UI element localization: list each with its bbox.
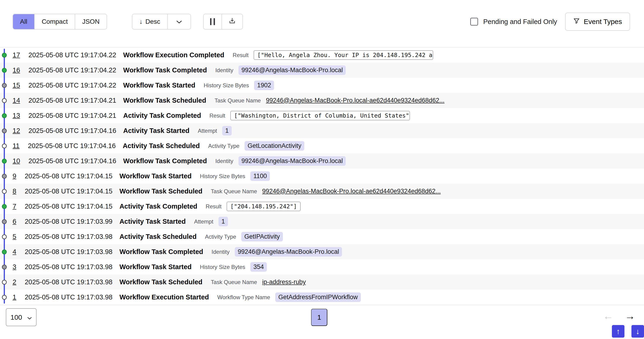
event-name: Workflow Task Scheduled bbox=[123, 97, 206, 104]
event-status-dot-icon bbox=[2, 219, 7, 224]
event-status-dot-icon bbox=[2, 264, 7, 269]
scroll-to-top-button[interactable]: ↑ bbox=[612, 325, 624, 337]
event-id-link[interactable]: 7 bbox=[12, 203, 16, 210]
event-attr-label: Identity bbox=[212, 249, 230, 255]
event-attr-value: GetLocationActivity bbox=[244, 141, 304, 151]
sort-desc-button[interactable]: ↓ Desc bbox=[132, 14, 168, 29]
pause-button[interactable] bbox=[204, 14, 222, 29]
event-name: Activity Task Completed bbox=[119, 203, 197, 210]
event-name: Workflow Task Scheduled bbox=[119, 278, 202, 286]
event-id-link[interactable]: 5 bbox=[12, 233, 16, 240]
event-name: Workflow Execution Started bbox=[119, 293, 209, 301]
event-attr-value: 1 bbox=[222, 126, 232, 136]
event-row: 1 2025-05-08 UTC 19:17:03.98 Workflow Ex… bbox=[0, 290, 644, 305]
event-timestamp: 2025-05-08 UTC 19:17:04.15 bbox=[25, 203, 112, 210]
event-name: Workflow Task Started bbox=[119, 172, 192, 180]
event-id-link[interactable]: 1 bbox=[12, 293, 16, 301]
event-attr-value: ["204.148.195.242"] bbox=[226, 202, 300, 211]
event-row: 10 2025-05-08 UTC 19:17:04.16 Workflow T… bbox=[0, 153, 644, 169]
event-attr-label: Activity Type bbox=[208, 143, 240, 149]
event-name: Activity Task Scheduled bbox=[122, 142, 200, 150]
event-id-link[interactable]: 14 bbox=[12, 97, 20, 104]
event-row: 9 2025-05-08 UTC 19:17:04.15 Workflow Ta… bbox=[0, 169, 644, 184]
event-attr-value[interactable]: ip-address-ruby bbox=[262, 278, 306, 286]
arrow-down-icon: ↓ bbox=[139, 18, 142, 25]
event-row: 6 2025-05-08 UTC 19:17:03.99 Activity Ta… bbox=[0, 214, 644, 229]
event-id-link[interactable]: 2 bbox=[12, 278, 16, 286]
event-status-dot-icon bbox=[2, 174, 7, 179]
event-id-link[interactable]: 11 bbox=[12, 142, 20, 150]
event-id-link[interactable]: 10 bbox=[12, 157, 20, 165]
event-row: 16 2025-05-08 UTC 19:17:04.22 Workflow T… bbox=[0, 63, 644, 78]
sort-control: ↓ Desc bbox=[132, 14, 191, 30]
event-status-dot-icon bbox=[2, 83, 7, 88]
event-row: 11 2025-05-08 UTC 19:17:04.16 Activity T… bbox=[0, 138, 644, 153]
event-id-link[interactable]: 4 bbox=[12, 248, 16, 256]
page-size-value: 100 bbox=[10, 313, 22, 321]
event-attr-label: Result bbox=[206, 203, 222, 210]
event-id-link[interactable]: 3 bbox=[12, 263, 16, 271]
event-timestamp: 2025-05-08 UTC 19:17:04.22 bbox=[28, 51, 116, 59]
pending-failed-checkbox[interactable] bbox=[470, 18, 478, 26]
event-status-dot-icon bbox=[2, 204, 7, 209]
event-timestamp: 2025-05-08 UTC 19:17:03.98 bbox=[25, 293, 112, 301]
event-attr-label: Task Queue Name bbox=[211, 188, 257, 195]
event-name: Activity Task Scheduled bbox=[119, 233, 196, 240]
event-status-dot-icon bbox=[2, 128, 7, 133]
event-status-dot-icon bbox=[2, 98, 7, 103]
table-divider bbox=[0, 305, 644, 305]
pause-icon bbox=[210, 18, 215, 25]
event-attr-value: GetAddressFromIPWorkflow bbox=[275, 292, 361, 302]
page-size-select[interactable]: 100 bbox=[6, 308, 36, 326]
tab-compact[interactable]: Compact bbox=[35, 14, 75, 29]
event-status-dot-icon bbox=[2, 113, 7, 118]
event-attr-label: Task Queue Name bbox=[211, 279, 257, 285]
history-action-buttons bbox=[203, 14, 243, 30]
next-page-button[interactable]: → bbox=[625, 310, 635, 322]
event-timestamp: 2025-05-08 UTC 19:17:04.22 bbox=[28, 82, 116, 89]
event-attr-label: History Size Bytes bbox=[200, 264, 245, 270]
event-timestamp: 2025-05-08 UTC 19:17:04.16 bbox=[28, 127, 116, 135]
event-row: 12 2025-05-08 UTC 19:17:04.16 Activity T… bbox=[0, 123, 644, 138]
chevron-down-icon bbox=[27, 313, 32, 321]
event-id-link[interactable]: 15 bbox=[12, 82, 20, 89]
event-name: Workflow Execution Completed bbox=[123, 51, 224, 59]
previous-page-button[interactable]: ← bbox=[603, 310, 613, 322]
event-row: 5 2025-05-08 UTC 19:17:03.98 Activity Ta… bbox=[0, 229, 644, 244]
sort-dropdown-button[interactable] bbox=[168, 14, 190, 29]
event-attr-label: Result bbox=[210, 112, 225, 119]
scroll-to-bottom-button[interactable]: ↓ bbox=[632, 325, 644, 337]
event-timestamp: 2025-05-08 UTC 19:17:03.98 bbox=[25, 248, 112, 256]
event-row: 4 2025-05-08 UTC 19:17:03.98 Workflow Ta… bbox=[0, 244, 644, 259]
event-id-link[interactable]: 9 bbox=[12, 172, 16, 180]
page-number-button[interactable]: 1 bbox=[311, 309, 327, 326]
event-timestamp: 2025-05-08 UTC 19:17:04.16 bbox=[28, 157, 116, 165]
event-id-link[interactable]: 6 bbox=[12, 218, 16, 225]
event-attr-value[interactable]: 99246@Angelas-MacBook-Pro.local-ae62d440… bbox=[266, 97, 444, 104]
event-timestamp: 2025-05-08 UTC 19:17:04.15 bbox=[25, 187, 112, 195]
event-row: 17 2025-05-08 UTC 19:17:04.22 Workflow E… bbox=[0, 48, 644, 63]
download-button[interactable] bbox=[222, 14, 242, 29]
event-id-link[interactable]: 17 bbox=[12, 51, 20, 59]
event-attr-label: Activity Type bbox=[205, 233, 236, 240]
event-name: Workflow Task Completed bbox=[119, 248, 203, 256]
event-attr-label: Attempt bbox=[194, 218, 213, 225]
event-attr-value[interactable]: 99246@Angelas-MacBook-Pro.local-ae62d440… bbox=[262, 188, 441, 195]
event-timestamp: 2025-05-08 UTC 19:17:04.16 bbox=[28, 142, 116, 150]
event-timestamp: 2025-05-08 UTC 19:17:03.99 bbox=[25, 218, 112, 225]
event-id-link[interactable]: 12 bbox=[12, 127, 20, 135]
event-id-link[interactable]: 8 bbox=[12, 187, 16, 195]
event-types-button[interactable]: Event Types bbox=[565, 13, 630, 31]
event-id-link[interactable]: 16 bbox=[12, 66, 20, 74]
event-timestamp: 2025-05-08 UTC 19:17:04.21 bbox=[28, 97, 116, 104]
event-attr-label: Result bbox=[233, 52, 248, 59]
tab-all[interactable]: All bbox=[13, 14, 35, 29]
event-name: Workflow Task Completed bbox=[123, 66, 207, 74]
event-id-link[interactable]: 13 bbox=[12, 112, 20, 119]
event-status-dot-icon bbox=[2, 159, 7, 163]
tab-json[interactable]: JSON bbox=[75, 14, 106, 29]
event-row: 3 2025-05-08 UTC 19:17:03.98 Workflow Ta… bbox=[0, 259, 644, 274]
event-name: Activity Task Started bbox=[123, 127, 190, 135]
event-attr-value: 1100 bbox=[250, 171, 270, 181]
sort-label: Desc bbox=[146, 18, 160, 25]
